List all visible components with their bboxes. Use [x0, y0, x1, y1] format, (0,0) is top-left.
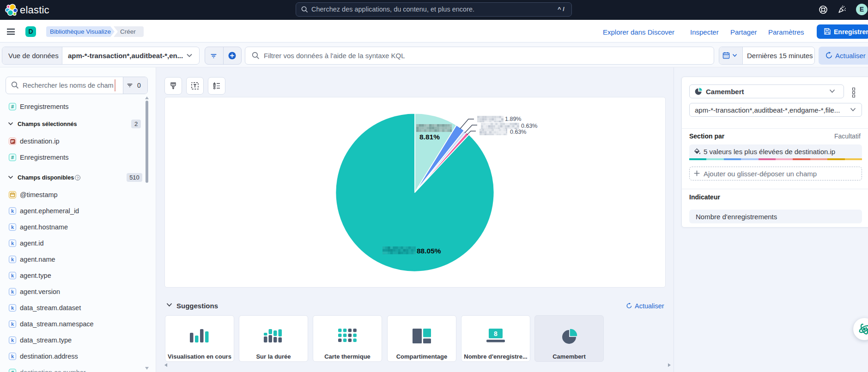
- svg-text:0.63%: 0.63%: [521, 123, 537, 129]
- svg-text:8.81%: 8.81%: [419, 133, 440, 141]
- svg-text:0.63%: 0.63%: [510, 129, 526, 135]
- svg-text:8: 8: [494, 330, 498, 337]
- svg-text:1.89%: 1.89%: [505, 116, 521, 122]
- svg-text:88.05%: 88.05%: [417, 247, 441, 255]
